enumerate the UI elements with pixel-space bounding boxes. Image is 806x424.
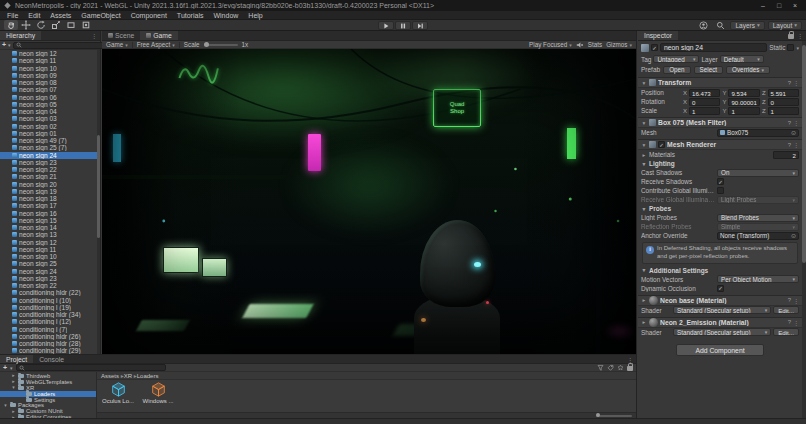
hierarchy-item[interactable]: neon sign 23 (0, 159, 100, 166)
receive-shadows-checkbox[interactable] (717, 178, 724, 185)
component-menu-icon[interactable]: ⋮ (793, 141, 799, 148)
asset-item[interactable]: Windows ... (140, 382, 176, 404)
asset-zoom-slider[interactable] (596, 415, 632, 417)
help-icon[interactable]: ? (788, 297, 791, 303)
hierarchy-item[interactable]: neon sign 22 (0, 282, 100, 289)
hierarchy-item[interactable]: neon sign 10 (0, 253, 100, 260)
hierarchy-item[interactable]: neon sign 07 (0, 86, 100, 93)
hierarchy-item[interactable]: neon sign 16 (0, 210, 100, 217)
foldout-closed-icon[interactable]: ▸ (641, 319, 647, 325)
help-icon[interactable]: ? (788, 120, 791, 126)
create-asset-button[interactable]: + (3, 364, 7, 372)
transform-tool-button[interactable] (79, 20, 93, 30)
tab-console[interactable]: Console (33, 355, 70, 363)
hierarchy-item[interactable]: conditioning hldr (26) (0, 333, 100, 340)
hierarchy-search-input[interactable] (23, 42, 101, 48)
static-checkbox[interactable] (787, 44, 794, 51)
hierarchy-item[interactable]: neon sign 01 (0, 130, 100, 137)
materials-count-field[interactable]: 2 (773, 151, 799, 159)
contribute-gi-checkbox[interactable] (717, 187, 724, 194)
rotation-z-field[interactable]: 0 (768, 98, 799, 106)
materials-foldout-row[interactable]: ▸ Materials 2 (638, 150, 802, 159)
menu-item[interactable]: Help (243, 11, 267, 20)
dynamic-occlusion-checkbox[interactable] (717, 285, 724, 292)
hierarchy-item[interactable]: neon sign 13 (0, 231, 100, 238)
stats-toggle[interactable]: Stats (588, 41, 602, 48)
add-component-button[interactable]: Add Component (676, 344, 764, 356)
hierarchy-item[interactable]: neon sign 10 (0, 65, 100, 72)
favorites-icon[interactable] (617, 364, 624, 371)
shader-dropdown[interactable]: Standard (Specular setup) (673, 328, 771, 336)
prefab-select-button[interactable]: Select (694, 66, 724, 74)
position-x-field[interactable]: 16.473 (689, 89, 720, 97)
scale-y-field[interactable]: 1 (728, 107, 759, 115)
hierarchy-item[interactable]: neon sign 11 (0, 246, 100, 253)
breadcrumb-item[interactable]: Assets (101, 372, 124, 379)
position-z-field[interactable]: 5.591 (768, 89, 799, 97)
layout-dropdown[interactable]: Layout (768, 21, 802, 30)
hierarchy-item[interactable]: neon sign 04 (0, 108, 100, 115)
hierarchy-item[interactable]: neon sign 12 (0, 239, 100, 246)
hierarchy-scrollbar[interactable] (97, 50, 100, 354)
hierarchy-item[interactable]: neon sign 25 (0, 260, 100, 267)
hierarchy-item[interactable]: neon sign 17 (0, 202, 100, 209)
tab-hierarchy[interactable]: Hierarchy (0, 31, 41, 40)
tab-inspector[interactable]: Inspector (638, 31, 678, 40)
help-icon[interactable]: ? (788, 80, 791, 86)
folder-foldout-icon[interactable]: ▾ (11, 385, 16, 390)
window-control-button[interactable]: □ (772, 0, 786, 11)
mesh-object-field[interactable]: Box075 ⊙ (717, 129, 799, 137)
hierarchy-item[interactable]: neon sign 02 (0, 123, 100, 130)
menu-item[interactable]: Component (126, 11, 172, 20)
light-probes-dropdown[interactable]: Blend Probes (717, 214, 799, 222)
static-flags-dropdown-icon[interactable]: ▾ (796, 45, 799, 51)
window-control-button[interactable]: × (788, 0, 802, 11)
scale-x-field[interactable]: 1 (689, 107, 720, 115)
edit-shader-button[interactable]: Edit... (773, 306, 799, 314)
menu-item[interactable]: Assets (45, 11, 76, 20)
hierarchy-item[interactable]: conditioning l (7) (0, 326, 100, 333)
hierarchy-item[interactable]: conditioning hldr (34) (0, 311, 100, 318)
menu-item[interactable]: File (2, 11, 23, 20)
search-button[interactable] (713, 20, 727, 30)
project-menu-icon[interactable]: ⋮ (627, 356, 633, 363)
step-button[interactable] (412, 21, 428, 30)
inspector-menu-icon[interactable]: ⋮ (797, 32, 803, 39)
hierarchy-item[interactable]: conditioning hldr (22) (0, 289, 100, 296)
menu-item[interactable]: GameObject (76, 11, 125, 20)
layers-dropdown[interactable]: Layers (730, 21, 764, 30)
prefab-overrides-button[interactable]: Overrides (726, 66, 770, 74)
foldout-icon[interactable]: ▾ (641, 142, 647, 148)
hierarchy-item[interactable]: neon sign 06 (0, 94, 100, 101)
inspector-scrollbar[interactable] (802, 41, 806, 418)
folder-foldout-icon[interactable]: ▸ (11, 373, 16, 378)
material-header[interactable]: ▸ Neon 2_Emission (Material) ? ⋮ (638, 317, 802, 328)
scale-slider-knob[interactable] (204, 42, 209, 47)
inspector-lock-icon[interactable] (788, 34, 794, 39)
transform-component-header[interactable]: ▾ Transform ? ⋮ (638, 77, 802, 88)
hierarchy-item[interactable]: neon sign 21 (0, 173, 100, 180)
anchor-override-field[interactable]: None (Transform) ⊙ (717, 232, 799, 240)
menu-item[interactable]: Tutorials (172, 11, 209, 20)
hierarchy-item[interactable]: neon sign 03 (0, 115, 100, 122)
component-menu-icon[interactable]: ⋮ (793, 319, 799, 326)
material-header[interactable]: ▸ Neon base (Material) ? ⋮ (638, 295, 802, 306)
tab-project[interactable]: Project (0, 355, 33, 363)
menu-item[interactable]: Window (208, 11, 243, 20)
project-lock-icon[interactable] (627, 366, 633, 371)
play-focused-dropdown[interactable]: Play Focused (529, 41, 572, 48)
mesh-renderer-header[interactable]: ▾ Mesh Renderer ? ⋮ (638, 139, 802, 150)
window-control-button[interactable]: – (756, 0, 770, 11)
hierarchy-item[interactable]: neon sign 09 (0, 72, 100, 79)
hierarchy-item[interactable]: conditioning l (12) (0, 318, 100, 325)
rotation-y-field[interactable]: 90.00001 (728, 98, 759, 106)
play-button[interactable] (378, 21, 394, 30)
scale-z-field[interactable]: 1 (768, 107, 799, 115)
cast-shadows-dropdown[interactable]: On (717, 169, 799, 177)
create-object-button[interactable]: + (2, 41, 6, 49)
create-dropdown-icon[interactable]: ▾ (8, 42, 11, 48)
mesh-filter-header[interactable]: ▾ Box 075 (Mesh Filter) ? ⋮ (638, 117, 802, 128)
position-y-field[interactable]: 9.534 (728, 89, 759, 97)
tab-game[interactable]: Game (140, 31, 178, 40)
search-by-label-icon[interactable] (607, 364, 614, 371)
